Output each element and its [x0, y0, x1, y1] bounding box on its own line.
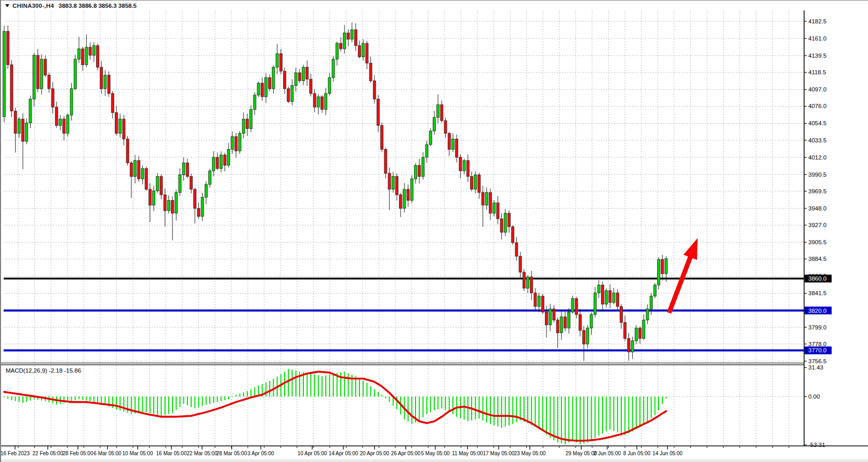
- candle: [111, 94, 114, 113]
- candle: [482, 192, 484, 205]
- candle: [444, 121, 447, 134]
- candle: [351, 30, 353, 39]
- candle: [616, 293, 619, 307]
- candle: [3, 31, 6, 116]
- candle: [138, 161, 140, 179]
- candle: [302, 67, 305, 81]
- time-tick-label: 16 Feb 2023: [1, 451, 30, 456]
- candle: [175, 192, 178, 213]
- candle: [205, 184, 207, 197]
- chart-title-bar: CHINA300-,H4 3883.8 3886.8 3856.3 3858.5: [3, 2, 137, 10]
- symbol-dropdown-icon[interactable]: [5, 4, 9, 7]
- candle: [212, 157, 215, 171]
- macd-tick-label: 0.00: [808, 393, 820, 400]
- candle: [643, 320, 645, 338]
- candle: [145, 168, 148, 189]
- price-tick-label: 3990.5: [808, 171, 826, 178]
- candle: [216, 157, 219, 168]
- candle: [605, 291, 608, 304]
- candle: [284, 71, 286, 89]
- candle: [534, 293, 537, 307]
- time-tick-label: 22 Feb 05:00: [33, 451, 63, 456]
- candle: [261, 83, 263, 97]
- candle: [500, 219, 503, 232]
- candle: [631, 341, 634, 352]
- candle: [579, 314, 581, 331]
- price-tick-label: 4118.5: [808, 69, 826, 75]
- candle: [235, 137, 237, 151]
- price-tick-label: 3756.5: [808, 358, 826, 364]
- candle: [452, 139, 455, 149]
- candle: [36, 55, 39, 88]
- candle: [485, 192, 488, 205]
- candle: [362, 43, 365, 57]
- candle: [179, 175, 181, 192]
- candle: [123, 119, 125, 139]
- candle: [459, 157, 462, 171]
- candle: [448, 134, 450, 150]
- candle: [55, 107, 58, 125]
- candle: [639, 328, 642, 338]
- candle: [269, 77, 271, 88]
- candle: [624, 322, 626, 338]
- candle: [583, 331, 585, 344]
- candle: [560, 317, 563, 333]
- candle: [182, 163, 185, 175]
- candle: [586, 328, 589, 344]
- candle: [164, 195, 166, 211]
- time-tick-label: 17 May 05:00: [483, 451, 515, 456]
- candle: [512, 227, 514, 243]
- candle: [33, 55, 35, 99]
- price-tick-label: 4012.0: [808, 154, 826, 161]
- time-tick-label: 16 Mar 05:00: [156, 451, 187, 456]
- candle: [276, 54, 278, 67]
- candle: [59, 119, 62, 125]
- candle: [310, 79, 312, 94]
- candle: [425, 144, 428, 157]
- candle: [272, 67, 275, 88]
- candle: [575, 298, 578, 314]
- candle: [369, 63, 372, 81]
- candle: [201, 197, 204, 216]
- candle: [635, 328, 637, 341]
- candle: [609, 291, 611, 302]
- candle: [429, 131, 432, 144]
- price-tick-label: 3884.5: [808, 256, 826, 262]
- price-tick-label: 3969.5: [808, 188, 826, 194]
- candle: [171, 201, 174, 214]
- candle: [602, 285, 604, 304]
- candle: [82, 49, 84, 65]
- candle: [474, 175, 477, 189]
- candle: [627, 338, 630, 352]
- candle: [126, 139, 129, 163]
- candle: [620, 307, 623, 323]
- macd-tick-label: -53.31: [808, 442, 825, 448]
- candle: [22, 119, 24, 141]
- candle: [653, 285, 656, 296]
- candle: [549, 309, 552, 325]
- candle: [497, 203, 499, 219]
- candle: [18, 119, 20, 134]
- candle: [317, 97, 319, 107]
- candle: [471, 177, 473, 190]
- chart-area[interactable]: 4182.54161.04139.54118.54097.04076.04054…: [1, 1, 868, 462]
- candle: [194, 189, 196, 208]
- candle: [63, 119, 65, 134]
- candle: [410, 179, 413, 200]
- candle: [167, 201, 170, 211]
- candle: [384, 149, 387, 173]
- price-tick-label: 4097.0: [808, 86, 826, 93]
- candle: [97, 46, 99, 67]
- candle: [456, 139, 458, 157]
- candle: [321, 97, 324, 110]
- candle: [115, 113, 118, 134]
- candle: [478, 175, 480, 192]
- macd-indicator-label: MACD(12,26,9) -2.18 -15.86: [6, 367, 81, 374]
- candle: [489, 192, 492, 213]
- candle: [658, 259, 660, 285]
- level-price-badge-text: 3770.0: [808, 347, 826, 353]
- time-tick-label: 28 Feb 05:00: [63, 451, 94, 456]
- candle: [238, 134, 241, 151]
- price-tick-label: 3905.5: [808, 239, 826, 245]
- candle: [527, 277, 529, 288]
